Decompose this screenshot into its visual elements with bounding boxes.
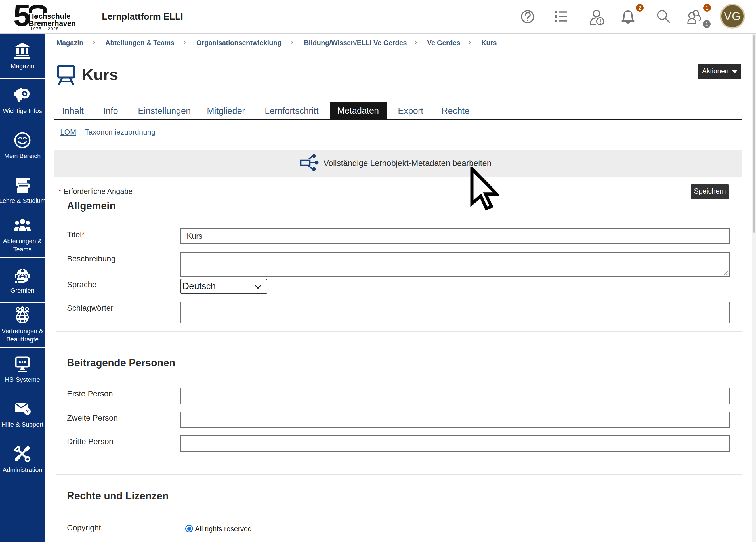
svg-text:?: ?: [26, 409, 29, 415]
